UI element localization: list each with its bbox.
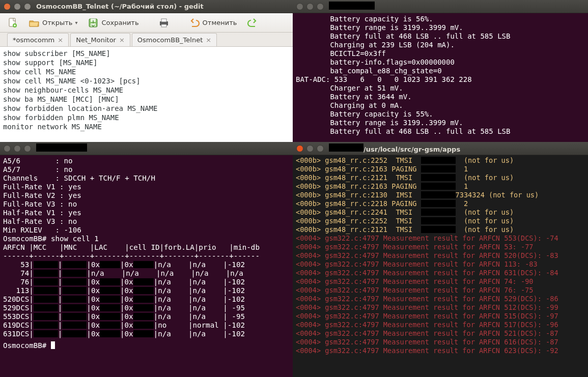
chevron-down-icon: ▾ [75, 20, 77, 25]
window-title: OsmocomBB_Telnet (~/Рабочий стол) - gedi… [36, 3, 204, 10]
close-icon[interactable]: × [58, 36, 63, 44]
editor-content[interactable]: show subscriber [MS_NAME] show support [… [0, 47, 293, 142]
terminal-titlebar[interactable]: /usr/local/src/gr-gsm/apps [293, 142, 588, 155]
minimize-icon[interactable] [14, 145, 21, 152]
tab-label: OsmocomBB_Telnet [137, 36, 203, 44]
maximize-icon[interactable] [24, 3, 31, 10]
window-title [329, 2, 375, 11]
tab-osmocomm[interactable]: *osmocomm × [7, 33, 69, 46]
close-icon[interactable]: × [119, 36, 125, 44]
maximize-icon[interactable] [317, 145, 324, 152]
terminal-grgsm: /usr/local/src/gr-gsm/apps <000b> gsm48_… [293, 142, 588, 377]
window-title [36, 143, 87, 153]
redo-icon [247, 17, 258, 28]
maximize-icon[interactable] [317, 3, 324, 10]
terminal-osmocombb: A5/6 : noA5/7 : noChannels : SDCCH + TCH… [0, 142, 293, 377]
terminal-battery: Battery capacity is 56%. Battery range i… [293, 0, 588, 142]
save-label: Сохранить [101, 19, 138, 26]
undo-icon [189, 17, 200, 28]
svg-rect-7 [161, 24, 166, 27]
terminal-output[interactable]: A5/6 : noA5/7 : noChannels : SDCCH + TCH… [0, 155, 293, 352]
terminal-titlebar[interactable] [293, 0, 588, 13]
gedit-titlebar[interactable]: OsmocomBB_Telnet (~/Рабочий стол) - gedi… [0, 0, 293, 13]
save-button[interactable]: Сохранить [85, 15, 142, 31]
tab-osmocombb-telnet[interactable]: OsmocomBB_Telnet × [132, 33, 217, 46]
minimize-icon[interactable] [14, 3, 21, 10]
terminal-titlebar[interactable] [0, 142, 293, 155]
tab-label: Net_Monitor [76, 36, 116, 44]
gedit-tabstrip: *osmocomm × Net_Monitor × OsmocomBB_Teln… [0, 33, 293, 47]
print-button[interactable] [155, 15, 173, 31]
undo-button[interactable]: Отменить [186, 15, 240, 31]
close-icon[interactable] [4, 145, 11, 152]
close-icon[interactable] [4, 3, 11, 10]
terminal-output[interactable]: <000b> gsm48_rr.c:2252 TMSI (not for us)… [293, 155, 588, 357]
maximize-icon[interactable] [24, 145, 31, 152]
close-icon[interactable] [296, 3, 303, 10]
open-label: Открыть [42, 19, 72, 26]
open-button[interactable]: Открыть ▾ [25, 15, 80, 31]
minimize-icon[interactable] [306, 3, 314, 10]
gedit-window: OsmocomBB_Telnet (~/Рабочий стол) - gedi… [0, 0, 293, 142]
terminal-output[interactable]: Battery capacity is 56%. Battery range i… [293, 13, 588, 138]
svg-rect-6 [161, 19, 166, 22]
gedit-toolbar: Открыть ▾ Сохранить Отменить [0, 13, 293, 33]
minimize-icon[interactable] [306, 145, 314, 152]
window-title: /usr/local/src/gr-gsm/apps [329, 143, 460, 153]
close-icon[interactable] [296, 145, 303, 152]
close-icon[interactable]: × [206, 36, 211, 44]
save-icon [88, 17, 99, 28]
new-doc-icon [7, 17, 18, 28]
tab-label: *osmocomm [13, 36, 54, 44]
print-icon [158, 17, 170, 28]
folder-open-icon [29, 17, 40, 28]
tab-net-monitor[interactable]: Net_Monitor × [70, 33, 130, 46]
undo-label: Отменить [203, 19, 237, 26]
redo-button[interactable] [244, 15, 261, 31]
new-doc-button[interactable] [4, 15, 21, 31]
